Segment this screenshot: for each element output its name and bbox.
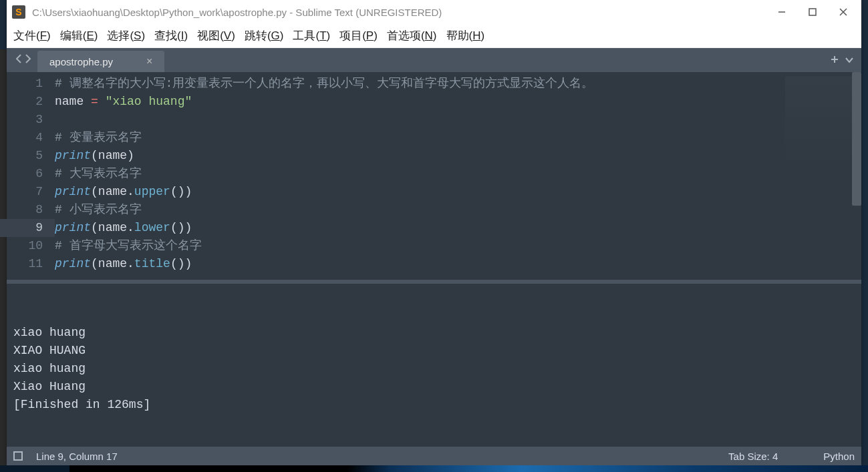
menu-find[interactable]: 查找(I) bbox=[154, 28, 188, 43]
code-editor[interactable]: 1234567891011 # 调整名字的大小写:用变量表示一个人的名字，再以小… bbox=[7, 72, 861, 280]
line-number[interactable]: 9 bbox=[0, 219, 55, 237]
menu-select[interactable]: 选择(S) bbox=[107, 28, 145, 43]
menubar: 文件(F) 编辑(E) 选择(S) 查找(I) 视图(V) 跳转(G) 工具(T… bbox=[7, 24, 861, 48]
tab-label: apostrophe.py bbox=[49, 56, 113, 67]
line-number[interactable]: 2 bbox=[7, 93, 43, 111]
line-number[interactable]: 6 bbox=[7, 165, 43, 183]
menu-file[interactable]: 文件(F) bbox=[13, 28, 51, 43]
menu-project[interactable]: 项目(P) bbox=[339, 28, 378, 43]
syntax-mode[interactable]: Python bbox=[823, 451, 855, 462]
code-line[interactable]: # 小写表示名字 bbox=[55, 201, 861, 219]
panel-toggle-icon[interactable] bbox=[13, 451, 23, 461]
output-line: xiao huang bbox=[13, 324, 855, 342]
taskbar-sliver bbox=[0, 465, 868, 472]
output-line: [Finished in 126ms] bbox=[13, 396, 855, 414]
minimize-icon bbox=[778, 8, 786, 16]
output-line: Xiao Huang bbox=[13, 378, 855, 396]
app-logo-icon: S bbox=[12, 5, 25, 19]
chevron-down-icon bbox=[845, 57, 853, 63]
minimap[interactable] bbox=[785, 76, 852, 163]
line-number[interactable]: 10 bbox=[7, 237, 43, 255]
tabbar: apostrophe.py × bbox=[7, 48, 861, 72]
menu-edit[interactable]: 编辑(E) bbox=[60, 28, 98, 43]
plus-icon bbox=[831, 55, 839, 63]
code-line[interactable]: print(name.title()) bbox=[55, 255, 861, 273]
svg-rect-1 bbox=[809, 9, 816, 15]
menu-tools[interactable]: 工具(T) bbox=[293, 28, 330, 43]
output-line: xiao huang bbox=[13, 360, 855, 378]
menu-view[interactable]: 视图(V) bbox=[197, 28, 235, 43]
code-line[interactable] bbox=[55, 111, 861, 129]
menu-help[interactable]: 帮助(H) bbox=[446, 28, 485, 43]
output-line: XIAO HUANG bbox=[13, 342, 855, 360]
editor-area: 1234567891011 # 调整名字的大小写:用变量表示一个人的名字，再以小… bbox=[7, 72, 861, 447]
app-window: S C:\Users\xiaohuang\Desktop\Python_work… bbox=[7, 0, 861, 465]
line-number[interactable]: 3 bbox=[7, 111, 43, 129]
tab-close-button[interactable]: × bbox=[146, 55, 152, 67]
close-button[interactable] bbox=[828, 1, 859, 23]
code-line[interactable]: # 首字母大写表示这个名字 bbox=[55, 237, 861, 255]
line-number[interactable]: 5 bbox=[7, 147, 43, 165]
minimize-button[interactable] bbox=[766, 1, 797, 23]
code-content[interactable]: # 调整名字的大小写:用变量表示一个人的名字，再以小写、大写和首字母大写的方式显… bbox=[55, 75, 861, 273]
vertical-scrollbar[interactable] bbox=[852, 72, 861, 206]
maximize-icon bbox=[809, 8, 817, 16]
line-number[interactable]: 1 bbox=[7, 75, 43, 93]
window-title: C:\Users\xiaohuang\Desktop\Python_work\a… bbox=[32, 7, 766, 18]
tab-overflow-button[interactable] bbox=[845, 54, 853, 66]
code-line[interactable]: # 调整名字的大小写:用变量表示一个人的名字，再以小写、大写和首字母大写的方式显… bbox=[55, 75, 861, 93]
line-number[interactable]: 11 bbox=[7, 255, 43, 273]
code-line[interactable]: # 变量表示名字 bbox=[55, 129, 861, 147]
chevron-left-icon bbox=[15, 54, 23, 63]
build-output[interactable]: xiao huangXIAO HUANGxiao huangXiao Huang… bbox=[7, 284, 861, 447]
menu-goto[interactable]: 跳转(G) bbox=[245, 28, 284, 43]
close-icon bbox=[839, 8, 847, 16]
background-window-edge bbox=[0, 49, 7, 465]
statusbar: Line 9, Column 17 Tab Size: 4 Python bbox=[7, 447, 861, 465]
code-line[interactable]: name = "xiao huang" bbox=[55, 93, 861, 111]
cursor-position[interactable]: Line 9, Column 17 bbox=[36, 451, 118, 462]
titlebar[interactable]: S C:\Users\xiaohuang\Desktop\Python_work… bbox=[7, 0, 861, 24]
new-tab-button[interactable] bbox=[831, 54, 839, 66]
code-line[interactable]: print(name) bbox=[55, 147, 861, 165]
nav-forward-button[interactable] bbox=[24, 54, 32, 66]
menu-prefs[interactable]: 首选项(N) bbox=[387, 28, 437, 43]
line-number[interactable]: 4 bbox=[7, 129, 43, 147]
tab-apostrophe[interactable]: apostrophe.py × bbox=[37, 51, 164, 72]
line-number[interactable]: 7 bbox=[7, 183, 43, 201]
nav-back-button[interactable] bbox=[15, 54, 23, 66]
line-number[interactable]: 8 bbox=[7, 201, 43, 219]
line-gutter[interactable]: 1234567891011 bbox=[7, 75, 55, 273]
code-line[interactable]: # 大写表示名字 bbox=[55, 165, 861, 183]
code-line[interactable]: print(name.upper()) bbox=[55, 183, 861, 201]
maximize-button[interactable] bbox=[797, 1, 828, 23]
tab-size[interactable]: Tab Size: 4 bbox=[728, 451, 778, 462]
chevron-right-icon bbox=[24, 54, 32, 63]
code-line[interactable]: print(name.lower()) bbox=[55, 219, 861, 237]
